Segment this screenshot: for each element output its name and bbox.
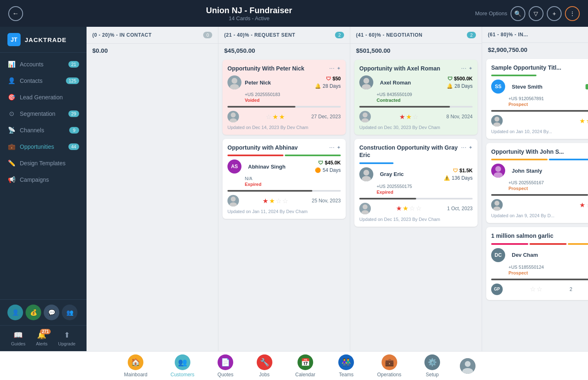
peter-bell: 🔔 [315,83,321,89]
axel-meta: +US 8435550109 Contracted [377,92,473,103]
bottom-user-avatar[interactable] [460,358,476,374]
card-peter-nick: Opportunity With Peter Nick ··· ✦ [223,60,346,135]
upgrade-button[interactable]: ⬆ Upgrade [58,331,75,346]
card-sample: Sample Opportunity Titl... ··· ✦ SS [486,59,588,139]
card-abhinav-actions: ··· ✦ [329,144,341,151]
user-icon-4[interactable]: 👥 [62,305,77,320]
nav-customers[interactable]: 👥 Customers [159,352,206,380]
card-gray-pin[interactable]: ✦ [469,145,473,150]
nav-quotes[interactable]: 📄 Quotes [206,352,245,380]
card-salmon-title: 1 million salmon garlic [491,232,588,239]
upgrade-icon: ⬆ [64,331,70,340]
sidebar-item-opportunities[interactable]: 💼 Opportunities 44 [0,138,87,155]
column-cards-4: Sample Opportunity Titl... ··· ✦ SS [482,56,588,351]
card-abhinav-pin[interactable]: ✦ [337,145,341,150]
column-badge-3: 2 [467,32,476,38]
nav-setup[interactable]: ⚙️ Setup [413,352,452,380]
alerts-button[interactable]: 🔔 271 Alerts [36,331,47,346]
gray-price-days: 🛡 $1.5K ⚠️ 136 Days [444,168,473,181]
card-gray-more[interactable]: ··· [461,144,466,151]
logo-text: JACKTRADE [25,36,67,43]
axel-updated: Updated on Dec 30, 2023 By Dev Cham [359,125,473,130]
peter-star-3: ★ [279,113,285,121]
channels-count: 9 [69,127,79,134]
column-title-3: (41 - 60)% - NEGOTIATION [356,32,422,38]
back-button[interactable]: ← [8,6,23,21]
card-john-contact: John Stanly 🛡 [491,164,588,178]
nav-teams[interactable]: 👫 Teams [327,352,365,380]
sample-footer-avatar [491,115,503,127]
card-peter-more[interactable]: ··· [329,65,335,72]
axel-name: Axel Roman [380,80,443,86]
card-axel-actions: ··· ✦ [461,65,473,72]
alerts-badge: 271 [40,329,51,334]
sample-avatar: SS [491,80,505,94]
sidebar-item-accounts[interactable]: 📊 Accounts 21 [0,56,87,73]
peter-date: 27 Dec, 2023 [312,114,341,120]
column-title-4: (61 - 80)% - IN... [488,32,528,38]
segmentation-count: 29 [68,110,79,117]
search-button[interactable]: 🔍 [511,6,525,21]
nav-mainboard[interactable]: 🏠 Mainboard [112,352,159,380]
salmon-phone: +US 5185550124 [508,265,588,270]
sample-progress-fill [491,110,588,112]
column-title-1: (0 - 20)% - IN CONTACT [92,32,152,38]
nav-calendar[interactable]: 📅 Calendar [284,352,327,380]
svg-point-8 [363,113,368,117]
filter-button[interactable]: ▽ [529,6,543,21]
more-options-button[interactable]: ⋮ [565,6,580,21]
sidebar-item-contacts[interactable]: 👤 Contacts 125 [0,73,87,89]
sidebar-item-channels[interactable]: 📡 Channels 9 [0,122,87,138]
card-axel-more[interactable]: ··· [461,65,466,72]
sidebar-item-segmentation[interactable]: ⊙ Segmentation 29 [0,106,87,122]
peter-shield-icon: 🛡 [326,76,331,82]
sidebar-item-lead-generation[interactable]: 🎯 Lead Generation [0,89,87,106]
contacts-label: Contacts [20,77,62,84]
gray-days-val: 136 Days [452,175,473,181]
sample-contact-name: Steve Smith [512,84,582,90]
sample-badge: New 🛡 [586,84,588,89]
salmon-footer: GP ☆ ☆ 2 ★ [491,284,588,295]
nav-operations[interactable]: 💼 Operations [365,352,413,380]
peter-days: 🔔 28 Days [315,83,341,89]
user-icon-3[interactable]: 💬 [44,305,59,320]
card-peter-pin[interactable]: ✦ [337,66,341,71]
user-icon-2[interactable]: 💰 [26,305,41,320]
card-axel-pin[interactable]: ✦ [469,66,473,71]
salmon-footer-avatar: GP [491,284,503,295]
column-request-sent: (21 - 40)% - REQUEST SENT 2 $45,050.00 O… [218,27,350,351]
abhinav-updated: Updated on Jan 11, 2024 By Dev Cham [227,209,341,214]
axel-rating: ★ ★ ☆ [399,113,418,121]
card-abhinav-more[interactable]: ··· [329,144,335,151]
salmon-contact-name: Dev Cham [512,252,588,258]
sample-bar-green [491,75,536,76]
card-peter-title: Opportunity With Peter Nick [227,65,329,72]
guides-button[interactable]: 📖 Guides [11,331,26,346]
user-icon-1[interactable]: 👤 [7,305,23,320]
setup-icon-bg: ⚙️ [424,354,440,370]
sample-meta: +US 9120567891 Prospect [508,96,588,107]
sidebar-item-design-templates[interactable]: ✏️ Design Templates [0,155,87,171]
john-meta: +US 2025550167 Prospect [508,180,588,191]
nav-jobs[interactable]: 🔧 Jobs [245,352,284,380]
axel-days-val: 28 Days [454,83,473,89]
salmon-color-bar [491,243,588,245]
axel-star-2: ★ [406,113,412,121]
sidebar-item-campaigns[interactable]: 📢 Campaigns [0,171,87,188]
sample-progress [491,110,588,112]
card-john-title: Opportunity With John S... [491,148,588,155]
salmon-progress-fill [491,279,588,280]
campaigns-icon: 📢 [7,176,16,183]
gray-star-4: ☆ [416,204,422,212]
lead-gen-label: Lead Generation [20,94,79,101]
calendar-label: Calendar [295,372,316,378]
quotes-label: Quotes [218,372,234,378]
peter-price-val: $50 [333,76,341,82]
jobs-icon: 🔧 [257,354,272,370]
salmon-bar-orange [568,243,588,245]
svg-point-5 [230,202,237,206]
svg-point-2 [231,113,236,117]
add-button[interactable]: + [547,6,562,21]
column-badge-1: 0 [203,32,212,38]
svg-point-0 [232,78,237,84]
